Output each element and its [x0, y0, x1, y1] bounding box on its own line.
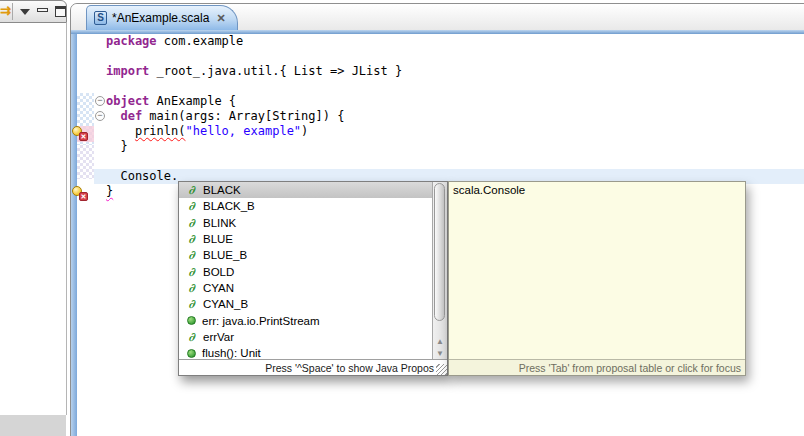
- completion-list[interactable]: ∂BLACK∂BLACK_B∂BLINK∂BLUE∂BLUE_B∂BOLD∂CY…: [179, 182, 447, 359]
- view-menu-icon[interactable]: [20, 9, 30, 15]
- code-segment: _root_.java.util.{ List => JList }: [149, 64, 402, 78]
- code-segment: ): [301, 124, 308, 138]
- completion-item[interactable]: ∂BLACK: [179, 182, 447, 198]
- val-icon: ∂: [186, 332, 197, 342]
- completion-item[interactable]: ∂BLUE: [179, 231, 447, 247]
- info-footer-text: Press 'Tab' from proposal table or click…: [519, 362, 741, 374]
- completion-item[interactable]: ∂CYAN_B: [179, 296, 447, 312]
- completion-item[interactable]: err: java.io.PrintStream: [179, 312, 447, 328]
- completion-item-label: BLUE: [203, 233, 233, 245]
- completion-item-label: BOLD: [203, 266, 234, 278]
- range-indicator-light: [77, 145, 94, 179]
- completion-item-label: BLINK: [203, 217, 236, 229]
- completion-item-label: BLACK_B: [203, 200, 255, 212]
- code-line[interactable]: def main(args: Array[String]) {: [94, 109, 804, 124]
- left-view-panel: ⇉: [0, 0, 67, 428]
- code-segment: [106, 109, 120, 123]
- completion-popup: ∂BLACK∂BLACK_B∂BLINK∂BLUE∂BLUE_B∂BOLD∂CY…: [178, 181, 448, 376]
- val-icon: ∂: [186, 267, 197, 277]
- method-icon: [187, 316, 196, 325]
- left-view-body: [0, 23, 67, 415]
- val-icon: ∂: [186, 185, 197, 195]
- completion-item[interactable]: flush(): Unit: [179, 345, 447, 359]
- completion-item[interactable]: ∂errVar: [179, 329, 447, 345]
- code-segment: import: [106, 64, 149, 78]
- code-area[interactable]: package com.exampleimport _root_.java.ut…: [94, 34, 804, 199]
- error-x-icon: ✕: [79, 192, 88, 201]
- proposal-info-popup: scala.Console Press 'Tab' from proposal …: [448, 181, 746, 376]
- maximize-icon[interactable]: [55, 6, 66, 17]
- code-segment: prinln(: [135, 124, 186, 138]
- completion-item-label: err: java.io.PrintStream: [202, 315, 320, 327]
- left-view-toolbar: ⇉: [0, 0, 67, 23]
- code-segment: Console.: [106, 169, 178, 183]
- code-segment: com.example: [157, 34, 244, 48]
- completion-item[interactable]: ∂BLINK: [179, 215, 447, 231]
- code-line[interactable]: }: [94, 139, 804, 154]
- tab-anexample-scala[interactable]: S *AnExample.scala ✕: [86, 5, 238, 30]
- code-line[interactable]: prinln("hello, example"): [94, 124, 804, 139]
- code-line[interactable]: import _root_.java.util.{ List => JList …: [94, 64, 804, 79]
- link-with-editor-icon[interactable]: ⇉: [0, 3, 13, 20]
- error-x-icon: ✕: [79, 132, 88, 141]
- completion-item-label: CYAN: [203, 282, 234, 294]
- fold-collapse-icon[interactable]: −: [95, 111, 105, 121]
- code-segment: package: [106, 34, 157, 48]
- scroll-down-icon[interactable]: ▼: [433, 349, 447, 358]
- completion-footer: Press '^Space' to show Java Propos: [179, 359, 447, 375]
- editor-tabbar: S *AnExample.scala ✕: [71, 4, 804, 30]
- tab-title: *AnExample.scala: [112, 11, 209, 25]
- code-segment: def: [120, 109, 142, 123]
- completion-item[interactable]: ∂BLACK_B: [179, 198, 447, 214]
- scala-file-icon: S: [94, 11, 107, 25]
- proposal-info-text: scala.Console: [449, 182, 745, 198]
- code-segment: object: [106, 94, 149, 108]
- left-view-footer: [0, 415, 66, 436]
- minimize-icon[interactable]: [37, 8, 48, 12]
- error-marker-icon[interactable]: ✕: [72, 126, 88, 141]
- val-icon: ∂: [186, 234, 197, 244]
- resize-grip-icon[interactable]: [436, 364, 447, 375]
- completion-footer-text: Press '^Space' to show Java Propos: [265, 362, 434, 374]
- method-icon: [187, 349, 196, 358]
- completion-item[interactable]: ∂BLUE_B: [179, 247, 447, 263]
- tab-close-icon[interactable]: ✕: [216, 12, 225, 25]
- completion-item-label: CYAN_B: [203, 298, 248, 310]
- code-segment: }: [106, 184, 113, 198]
- code-line[interactable]: [94, 154, 804, 169]
- completion-item-label: BLACK: [203, 184, 241, 196]
- scroll-up-icon[interactable]: ▲: [433, 337, 447, 346]
- code-segment: "hello, example": [185, 124, 301, 138]
- completion-item-label: BLUE_B: [203, 249, 247, 261]
- scrollbar-thumb[interactable]: [434, 183, 445, 321]
- code-line[interactable]: package com.example: [94, 34, 804, 49]
- code-segment: main(args: Array[String]) {: [142, 109, 344, 123]
- code-line[interactable]: [94, 49, 804, 64]
- annotation-ruler[interactable]: [77, 34, 94, 436]
- val-icon: ∂: [186, 299, 197, 309]
- code-segment: }: [106, 139, 128, 153]
- fold-collapse-icon[interactable]: −: [95, 96, 105, 106]
- completion-item[interactable]: ∂CYAN: [179, 280, 447, 296]
- val-icon: ∂: [186, 201, 197, 211]
- val-icon: ∂: [186, 218, 197, 228]
- completion-item-label: errVar: [203, 331, 234, 343]
- code-line[interactable]: [94, 79, 804, 94]
- completion-item[interactable]: ∂BOLD: [179, 263, 447, 279]
- info-footer: Press 'Tab' from proposal table or click…: [449, 359, 745, 375]
- val-icon: ∂: [186, 250, 197, 260]
- completion-item-label: flush(): Unit: [202, 347, 261, 359]
- code-line[interactable]: object AnExample {: [94, 94, 804, 109]
- val-icon: ∂: [186, 283, 197, 293]
- error-marker-icon[interactable]: ✕: [72, 186, 88, 201]
- code-segment: [106, 124, 135, 138]
- code-segment: AnExample {: [149, 94, 236, 108]
- completion-scrollbar[interactable]: ▲ ▼: [432, 182, 447, 359]
